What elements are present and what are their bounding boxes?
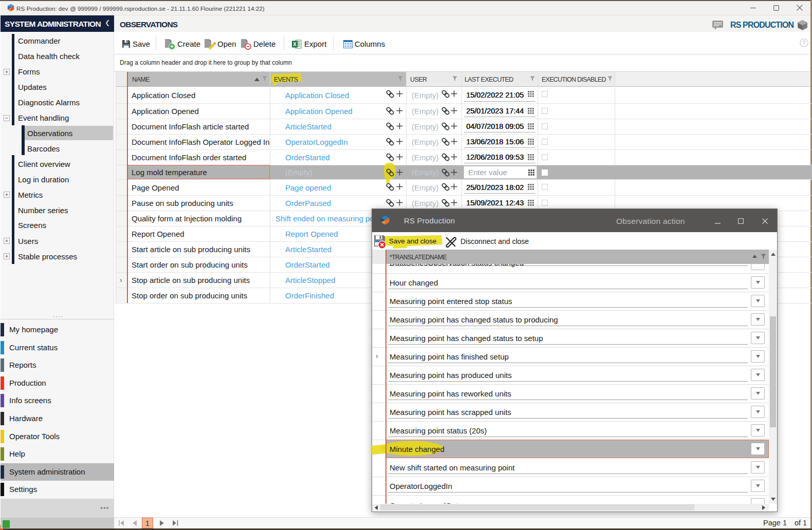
svg-text:X: X bbox=[293, 41, 297, 47]
svg-text:?: ? bbox=[803, 40, 806, 46]
